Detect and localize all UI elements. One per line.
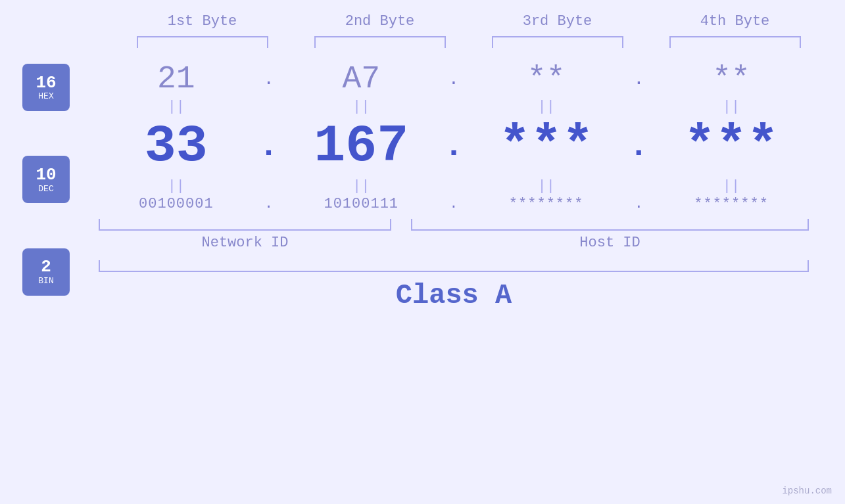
dec-byte3-cell: ***	[474, 116, 619, 176]
dec-dot3: .	[629, 127, 648, 165]
hex-badge: 16 HEX	[22, 64, 70, 111]
bin-value-row: 00100001 . 10100111 . ******** . *******…	[92, 196, 815, 212]
hex-byte1-value: 21	[157, 61, 195, 97]
hex-byte4-value: **	[712, 61, 750, 97]
byte-headers-row: 1st Byte 2nd Byte 3rd Byte 4th Byte	[114, 13, 824, 30]
bracket-bottom-network	[99, 219, 391, 231]
network-id-label: Network ID	[99, 235, 391, 251]
hex-dot3: .	[629, 69, 648, 89]
eq7: ||	[474, 178, 619, 195]
class-label: Class A	[92, 280, 815, 311]
eq8: ||	[659, 178, 804, 195]
watermark: ipshu.com	[782, 486, 832, 496]
dec-byte1-cell: 33	[104, 116, 249, 176]
bin-byte4-cell: ********	[659, 196, 804, 212]
bin-byte2-cell: 10100111	[289, 196, 433, 212]
dec-byte4-cell: ***	[659, 116, 804, 176]
bracket-top-4	[669, 36, 801, 48]
eq5: ||	[104, 178, 249, 195]
bottom-brackets-row	[92, 219, 815, 231]
dec-byte1-value: 33	[145, 116, 208, 176]
byte1-header: 1st Byte	[130, 13, 275, 30]
eq2: ||	[289, 99, 433, 115]
hex-byte4-cell: **	[659, 61, 804, 97]
eq3: ||	[474, 99, 619, 115]
dec-dot1: .	[259, 127, 279, 165]
dec-byte4-value: ***	[684, 116, 779, 176]
dec-dot2: .	[444, 127, 464, 165]
bracket-full	[99, 260, 809, 272]
bin-dot1: .	[259, 196, 279, 212]
bin-byte1-value: 00100001	[139, 196, 214, 212]
rows-wrapper: 16 HEX 10 DEC 2 BIN 21 . A7	[0, 48, 845, 311]
hex-byte3-cell: **	[474, 61, 619, 97]
eq6: ||	[289, 178, 433, 195]
bracket-bottom-host	[411, 219, 809, 231]
badges-column: 16 HEX 10 DEC 2 BIN	[0, 48, 92, 311]
eq4: ||	[659, 99, 804, 115]
hex-byte2-cell: A7	[289, 61, 433, 97]
bin-byte3-value: ********	[509, 196, 584, 212]
main-container: 1st Byte 2nd Byte 3rd Byte 4th Byte 16 H…	[0, 0, 845, 504]
dec-badge: 10 DEC	[22, 156, 70, 203]
bracket-top-2	[314, 36, 446, 48]
byte2-header: 2nd Byte	[308, 13, 452, 30]
bin-byte4-value: ********	[694, 196, 769, 212]
bin-byte3-cell: ********	[474, 196, 619, 212]
dec-byte3-value: ***	[499, 116, 594, 176]
bracket-top-1	[137, 36, 268, 48]
hex-byte3-value: **	[527, 61, 566, 97]
eq1: ||	[104, 99, 249, 115]
byte3-header: 3rd Byte	[485, 13, 630, 30]
bin-dot2: .	[444, 196, 464, 212]
full-bracket-row	[92, 260, 815, 272]
hex-byte1-cell: 21	[104, 61, 249, 97]
hex-byte2-value: A7	[342, 61, 380, 97]
dec-byte2-value: 167	[314, 116, 408, 176]
bin-badge: 2 BIN	[22, 248, 70, 296]
dec-badge-number: 10	[36, 166, 56, 185]
bin-dot3: .	[629, 196, 648, 212]
section-labels-row: Network ID Host ID	[92, 235, 815, 251]
hex-dot1: .	[259, 69, 279, 89]
bin-byte2-value: 10100111	[324, 196, 398, 212]
bin-byte1-cell: 00100001	[104, 196, 249, 212]
hex-badge-number: 16	[36, 74, 56, 93]
bin-badge-label: BIN	[38, 277, 53, 286]
top-brackets-row	[114, 36, 824, 48]
hex-dot2: .	[444, 69, 464, 89]
hex-badge-label: HEX	[38, 92, 53, 101]
rows-content: 21 . A7 . ** . ** || ||	[92, 48, 842, 311]
hex-value-row: 21 . A7 . ** . **	[92, 61, 815, 97]
bracket-top-3	[492, 36, 623, 48]
dec-value-row: 33 . 167 . *** . ***	[92, 116, 815, 176]
host-id-label: Host ID	[411, 235, 809, 251]
byte4-header: 4th Byte	[663, 13, 808, 30]
equals-row-1: || || || ||	[92, 97, 815, 116]
equals-row-2: || || || ||	[92, 176, 815, 196]
bin-badge-number: 2	[41, 258, 51, 277]
dec-badge-label: DEC	[38, 185, 53, 194]
dec-byte2-cell: 167	[289, 116, 433, 176]
